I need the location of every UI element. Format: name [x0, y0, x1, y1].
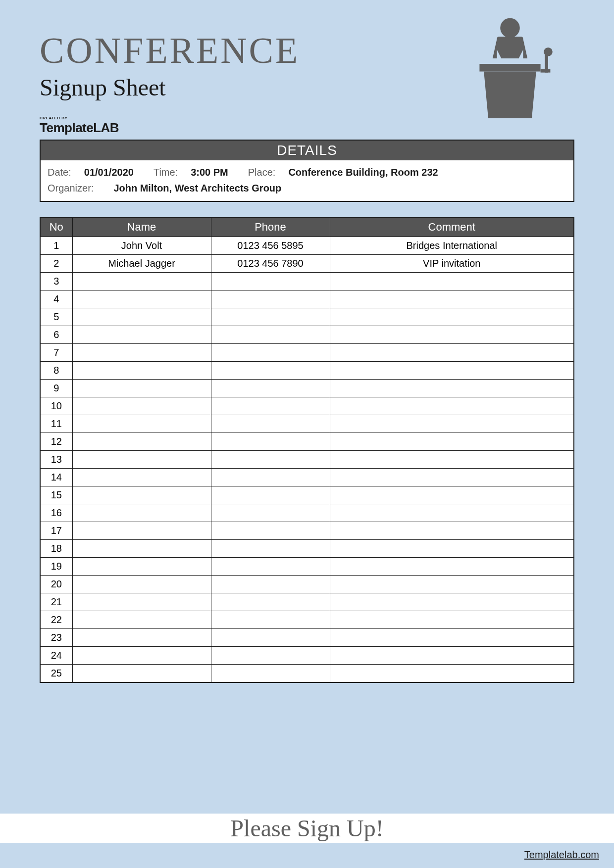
- cell-phone: [211, 504, 330, 522]
- cell-comment: [330, 326, 573, 344]
- table-row: 19: [41, 558, 573, 576]
- cell-name: [72, 540, 211, 558]
- cell-comment: [330, 540, 573, 558]
- cell-comment: [330, 665, 573, 682]
- table-row: 18: [41, 540, 573, 558]
- cell-phone: [211, 273, 330, 290]
- cell-name: [72, 486, 211, 504]
- cell-phone: [211, 433, 330, 451]
- footer-banner: Please Sign Up!: [0, 814, 614, 843]
- cell-phone: [211, 397, 330, 415]
- cell-phone: [211, 469, 330, 486]
- cell-name: [72, 308, 211, 326]
- cell-comment: Bridges International: [330, 237, 573, 255]
- cell-comment: [330, 273, 573, 290]
- table-row: 24: [41, 647, 573, 665]
- cell-phone: [211, 558, 330, 576]
- cell-name: [72, 380, 211, 397]
- cell-no: 2: [41, 255, 72, 273]
- cell-name: [72, 433, 211, 451]
- cell-comment: [330, 558, 573, 576]
- table-row: 21: [41, 593, 573, 611]
- cell-name: [72, 326, 211, 344]
- th-name: Name: [72, 218, 211, 237]
- table-row: 12: [41, 433, 573, 451]
- cell-name: [72, 415, 211, 433]
- cell-name: [72, 629, 211, 647]
- cell-no: 1: [41, 237, 72, 255]
- cell-phone: [211, 647, 330, 665]
- cell-no: 8: [41, 362, 72, 380]
- cell-name: [72, 522, 211, 540]
- th-phone: Phone: [211, 218, 330, 237]
- cell-no: 22: [41, 611, 72, 629]
- cell-no: 4: [41, 290, 72, 308]
- cell-phone: [211, 576, 330, 593]
- cell-phone: [211, 308, 330, 326]
- cell-phone: [211, 415, 330, 433]
- cell-phone: [211, 451, 330, 469]
- cell-comment: [330, 486, 573, 504]
- cell-phone: [211, 344, 330, 362]
- cell-name: [72, 362, 211, 380]
- cell-comment: [330, 308, 573, 326]
- cell-name: [72, 593, 211, 611]
- table-row: 23: [41, 629, 573, 647]
- table-row: 22: [41, 611, 573, 629]
- cell-comment: [330, 290, 573, 308]
- cell-name: [72, 611, 211, 629]
- table-row: 20: [41, 576, 573, 593]
- cell-comment: [330, 397, 573, 415]
- cell-name: [72, 558, 211, 576]
- cell-no: 16: [41, 504, 72, 522]
- cell-no: 15: [41, 486, 72, 504]
- th-comment: Comment: [330, 218, 573, 237]
- cell-name: [72, 647, 211, 665]
- footer-link[interactable]: Templatelab.com: [524, 849, 599, 861]
- table-row: 9: [41, 380, 573, 397]
- cell-no: 5: [41, 308, 72, 326]
- table-row: 2Michael Jagger0123 456 7890VIP invitati…: [41, 255, 573, 273]
- cell-comment: [330, 433, 573, 451]
- cell-phone: [211, 362, 330, 380]
- cell-comment: [330, 522, 573, 540]
- table-row: 13: [41, 451, 573, 469]
- table-row: 17: [41, 522, 573, 540]
- cell-name: [72, 451, 211, 469]
- svg-rect-4: [541, 69, 551, 73]
- cell-no: 20: [41, 576, 72, 593]
- cell-no: 11: [41, 415, 72, 433]
- table-row: 15: [41, 486, 573, 504]
- cell-no: 14: [41, 469, 72, 486]
- place-value: Conference Building, Room 232: [288, 164, 438, 180]
- cell-name: [72, 344, 211, 362]
- cell-comment: [330, 504, 573, 522]
- cell-no: 24: [41, 647, 72, 665]
- table-row: 6: [41, 326, 573, 344]
- cell-phone: [211, 380, 330, 397]
- svg-point-3: [544, 48, 553, 56]
- cell-no: 17: [41, 522, 72, 540]
- table-row: 3: [41, 273, 573, 290]
- cell-no: 9: [41, 380, 72, 397]
- cell-name: [72, 397, 211, 415]
- cell-phone: [211, 593, 330, 611]
- cell-no: 18: [41, 540, 72, 558]
- cell-comment: [330, 469, 573, 486]
- cell-name: [72, 504, 211, 522]
- date-label: Date:: [48, 164, 71, 180]
- organizer-label: Organizer:: [48, 180, 94, 196]
- cell-no: 6: [41, 326, 72, 344]
- speaker-podium-icon: [456, 15, 564, 124]
- cell-comment: [330, 611, 573, 629]
- signup-table: No Name Phone Comment 1John Volt0123 456…: [40, 217, 574, 683]
- cell-phone: [211, 665, 330, 682]
- cell-comment: [330, 344, 573, 362]
- cell-no: 10: [41, 397, 72, 415]
- cell-phone: [211, 540, 330, 558]
- cell-name: [72, 576, 211, 593]
- cell-phone: [211, 522, 330, 540]
- table-row: 5: [41, 308, 573, 326]
- time-label: Time:: [154, 164, 178, 180]
- cell-phone: [211, 326, 330, 344]
